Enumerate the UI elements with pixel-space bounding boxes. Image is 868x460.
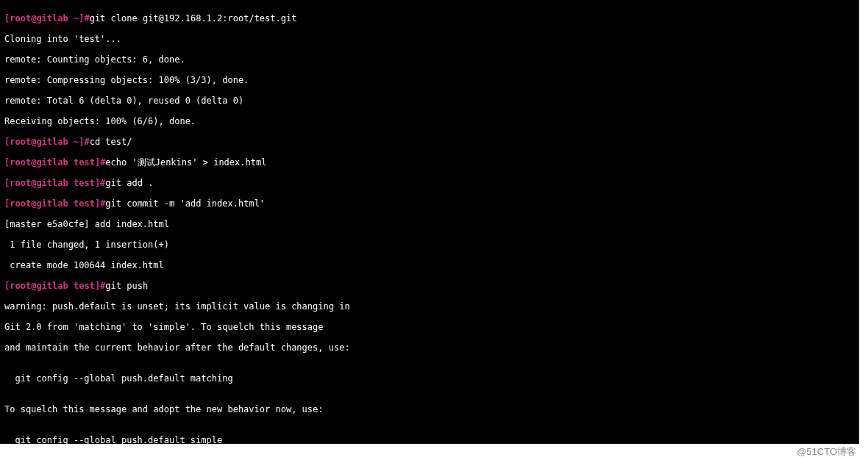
prompt: [root@gitlab test]# <box>4 157 105 168</box>
terminal-line: [root@gitlab test]#git push <box>4 281 855 291</box>
terminal-output: To squelch this message and adopt the ne… <box>4 404 855 414</box>
terminal-output: Receiving objects: 100% (6/6), done. <box>4 116 855 126</box>
terminal-output: git config --global push.default simple <box>4 435 855 445</box>
terminal-output: Git 2.0 from 'matching' to 'simple'. To … <box>4 322 855 332</box>
prompt: [root@gitlab ~]# <box>4 137 90 147</box>
terminal-output: create mode 100644 index.html <box>4 260 855 270</box>
terminal-output: remote: Total 6 (delta 0), reused 0 (del… <box>4 96 855 106</box>
prompt: [root@gitlab test]# <box>4 281 105 291</box>
terminal-output: warning: push.default is unset; its impl… <box>4 301 855 312</box>
command: echo '测试Jenkins' > index.html <box>105 157 266 168</box>
command: git commit -m 'add index.html' <box>105 198 265 209</box>
command: git add . <box>105 178 153 188</box>
terminal-line: [root@gitlab ~]#cd test/ <box>4 137 855 147</box>
watermark-label: @51CTO博客 <box>797 447 856 457</box>
terminal-output: remote: Compressing objects: 100% (3/3),… <box>4 75 855 85</box>
terminal-line: [root@gitlab ~]#git clone git@192.168.1.… <box>4 13 855 24</box>
prompt: [root@gitlab test]# <box>4 178 105 188</box>
terminal-window[interactable]: [root@gitlab ~]#git clone git@192.168.1.… <box>0 0 859 444</box>
terminal-output: 1 file changed, 1 insertion(+) <box>4 240 855 250</box>
prompt: [root@gitlab ~]# <box>4 13 90 24</box>
terminal-output: remote: Counting objects: 6, done. <box>4 54 855 65</box>
terminal-output: Cloning into 'test'... <box>4 34 855 44</box>
command: git clone git@192.168.1.2:root/test.git <box>90 13 297 24</box>
prompt: [root@gitlab test]# <box>4 198 105 209</box>
terminal-output: [master e5a0cfe] add index.html <box>4 219 855 229</box>
command: cd test/ <box>90 137 132 147</box>
terminal-line: [root@gitlab test]#git add . <box>4 178 855 188</box>
terminal-output: and maintain the current behavior after … <box>4 342 855 353</box>
terminal-output: git config --global push.default matchin… <box>4 373 855 384</box>
terminal-line: [root@gitlab test]#git commit -m 'add in… <box>4 198 855 209</box>
terminal-line: [root@gitlab test]#echo '测试Jenkins' > in… <box>4 157 855 168</box>
command: git push <box>105 281 148 291</box>
